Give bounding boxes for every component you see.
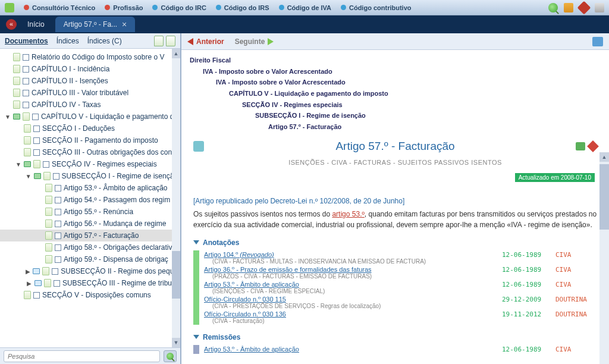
annotation-link[interactable]: Artigo 53.º - Âmbito de aplicação — [204, 281, 299, 288]
tree-item[interactable]: ▼SECÇÃO IV - Regimes especiais — [0, 158, 180, 170]
checkbox[interactable] — [33, 149, 40, 156]
page-icon — [23, 112, 30, 121]
annotation-link[interactable]: Artigo 104.º (Revogado) — [204, 251, 274, 258]
tree-item[interactable]: ▼SUBSECÇÃO I - Regime de isenção — [0, 170, 180, 182]
search-button[interactable] — [164, 350, 177, 362]
sidebar-scrollbar[interactable]: ▲ ▼ — [172, 49, 180, 347]
checkbox[interactable] — [55, 233, 61, 239]
tree-item[interactable]: ▶CAPÍTULO I - Incidência — [0, 63, 180, 75]
menu-irc[interactable]: Código do IRC — [152, 4, 206, 11]
edit-icon[interactable] — [193, 141, 204, 152]
close-all-button[interactable]: « — [6, 19, 17, 30]
checkbox[interactable] — [55, 256, 61, 263]
monitor-icon[interactable] — [564, 3, 573, 12]
arrow-right-icon — [268, 38, 274, 45]
tab-active[interactable]: Artigo 57.º - Fa... × — [55, 17, 136, 32]
sidebar-tab-indices-c[interactable]: Índices (C) — [87, 37, 122, 45]
page-icon — [44, 279, 51, 287]
annotation-link[interactable]: Ofício-Circulado n.º 030 115 — [204, 296, 286, 303]
sidebar-tab-documentos[interactable]: Documentos — [5, 37, 48, 45]
tree-item[interactable]: ▶SECÇÃO III - Outras obrigações dos con — [0, 146, 180, 158]
tree-item[interactable]: ▶Relatório do Código do Imposto sobre o … — [0, 51, 180, 63]
checkbox[interactable] — [23, 102, 29, 108]
section-remissoes[interactable]: Remissões — [193, 333, 597, 341]
menu-iva[interactable]: Código de IVA — [279, 4, 331, 11]
app-icon[interactable] — [5, 3, 14, 12]
expand-all-icon[interactable] — [154, 36, 164, 46]
inline-link-artigo53[interactable]: artigo 53.º — [332, 210, 364, 218]
breadcrumb-item[interactable]: SECÇÃO IV - Regimes especiais — [190, 99, 601, 111]
checkbox[interactable] — [55, 197, 61, 203]
checkbox[interactable] — [23, 78, 29, 84]
search-icon[interactable] — [548, 3, 558, 12]
checkbox[interactable] — [23, 90, 29, 96]
checkbox[interactable] — [55, 221, 61, 227]
tree-item[interactable]: ▶SECÇÃO V - Disposições comuns — [0, 289, 180, 301]
menu-profissao[interactable]: Profissão — [105, 4, 143, 11]
breadcrumb-item[interactable]: SUBSECÇÃO I - Regime de isenção — [190, 110, 601, 121]
print-article-icon[interactable] — [576, 142, 585, 150]
checkbox[interactable] — [54, 280, 60, 287]
annotation-type: DOUTRINA — [555, 296, 597, 309]
breadcrumb-item[interactable]: Direito Fiscal — [190, 55, 601, 66]
bookmark-icon[interactable] — [587, 140, 599, 152]
tree-item[interactable]: ▶Artigo 54.º - Passagem dos regim — [0, 194, 180, 206]
breadcrumb-item[interactable]: IVA - Imposto sobre o Valor Acrescentado — [190, 66, 601, 77]
annotation-date: 12-06-1989 — [502, 346, 555, 353]
tree-label: Artigo 57.º - Facturação — [64, 231, 139, 240]
checkbox[interactable] — [23, 54, 29, 61]
sidebar-tab-indices[interactable]: Índices — [56, 37, 79, 45]
section-anotacoes[interactable]: Anotações — [193, 239, 597, 247]
checkbox[interactable] — [55, 185, 61, 192]
menu-irs[interactable]: Código do IRS — [216, 4, 269, 11]
tree-item[interactable]: ▶Artigo 59.º - Dispensa de obrigaç — [0, 253, 180, 265]
annotation-row: Ofício-Circulado n.º 030 115(CIVA - PRES… — [204, 295, 597, 310]
printer-icon[interactable] — [592, 37, 603, 46]
search-input[interactable] — [4, 350, 160, 362]
tree-item[interactable]: ▶Artigo 53.º - Âmbito de aplicação — [0, 182, 180, 194]
tree-item[interactable]: ▼CAPÍTULO V - Liquidação e pagamento do — [0, 111, 180, 123]
checkbox[interactable] — [55, 209, 61, 215]
prev-button[interactable]: Anterior — [187, 37, 224, 46]
breadcrumb-item[interactable]: Artigo 57.º - Facturação — [190, 121, 601, 133]
checkbox[interactable] — [23, 66, 29, 73]
checkbox[interactable] — [33, 292, 40, 299]
breadcrumb-item[interactable]: IVA - Imposto sobre o Valor Acrescentado — [190, 77, 601, 88]
tree-label: Artigo 59.º - Dispensa de obrigaç — [64, 255, 168, 263]
checkbox[interactable] — [32, 114, 39, 120]
menu-consultorio[interactable]: Consultório Técnico — [24, 4, 95, 11]
annotation-link[interactable]: Artigo 53.º - Âmbito de aplicação — [204, 346, 299, 353]
checkbox[interactable] — [43, 161, 49, 168]
collapse-all-icon[interactable] — [166, 36, 175, 46]
next-button[interactable]: Seguinte — [235, 37, 274, 46]
annotation-subtitle: (CIVA - FACTURAS - MULTAS - INOBSERVANCI… — [204, 258, 502, 265]
tree-item[interactable]: ▶SUBSECÇÃO II - Regime dos peque — [0, 265, 180, 277]
tools-icon[interactable] — [595, 3, 604, 12]
tab-close-icon[interactable]: × — [122, 20, 127, 29]
checkbox[interactable] — [33, 125, 40, 132]
tree-item[interactable]: ▶Artigo 57.º - Facturação — [0, 230, 180, 241]
tree-label: SECÇÃO IV - Regimes especiais — [52, 160, 157, 168]
checkbox[interactable] — [55, 244, 61, 251]
tab-inicio[interactable]: Início — [19, 17, 53, 32]
tree-item[interactable]: ▶SECÇÃO II - Pagamento do imposto — [0, 134, 180, 146]
tree-item[interactable]: ▶SUBSECÇÃO III - Regime de tributa — [0, 277, 180, 289]
tree-item[interactable]: ▶CAPÍTULO II - Isenções — [0, 75, 180, 87]
tree-item[interactable]: ▶Artigo 58.º - Obrigações declarativ — [0, 241, 180, 253]
tree-item[interactable]: ▶Artigo 55.º - Renúncia — [0, 206, 180, 218]
tree-item[interactable]: ▶Artigo 56.º - Mudança de regime — [0, 218, 180, 230]
tree-item[interactable]: ▶SECÇÃO I - Deduções — [0, 123, 180, 134]
content-scrollbar[interactable]: ▲ ▼ — [599, 152, 609, 364]
menu-contributivo[interactable]: Código contributivo — [341, 4, 411, 11]
tree-item[interactable]: ▶CAPÍTULO IV - Taxas — [0, 99, 180, 111]
checkbox[interactable] — [53, 173, 59, 180]
annotation-date: 12-06-1989 — [502, 251, 555, 265]
annotation-link[interactable]: Artigo 36.º - Prazo de emissão e formali… — [204, 266, 372, 273]
checkbox[interactable] — [33, 137, 40, 144]
annotation-link[interactable]: Ofício-Circulado n.º 030 136 — [204, 310, 286, 318]
tree-item[interactable]: ▶CAPÍTULO III - Valor tributável — [0, 87, 180, 99]
pin-icon[interactable] — [577, 1, 591, 14]
breadcrumb-item[interactable]: CAPÍTULO V - Liquidação e pagamento do i… — [190, 88, 601, 99]
checkbox[interactable] — [52, 268, 58, 275]
sidebar: Documentos Índices Índices (C) ▶Relatóri… — [0, 33, 181, 364]
